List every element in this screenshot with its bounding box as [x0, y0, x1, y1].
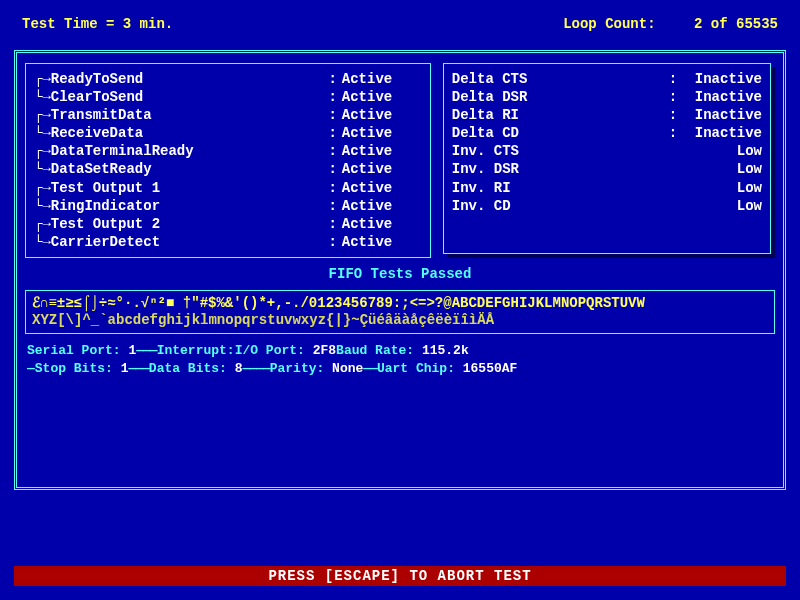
loop-count-label: Loop Count:: [563, 16, 655, 32]
config-label: Data Bits:: [149, 361, 227, 376]
config-summary: Serial Port: 1———Interrupt: I/O Port: 2F…: [23, 334, 777, 380]
separator: :: [324, 70, 342, 88]
signal-row: Delta DSR:Inactive: [452, 88, 762, 106]
signal-value: Active: [342, 106, 422, 124]
separator: [664, 179, 682, 197]
signal-name: CarrierDetect: [51, 233, 324, 251]
signal-value: Inactive: [682, 124, 762, 142]
signal-value: Low: [682, 179, 762, 197]
signal-row: └→DataSetReady:Active: [34, 160, 422, 178]
signal-value: Active: [342, 124, 422, 142]
signal-value: Inactive: [682, 106, 762, 124]
link-arrow-icon: ┌→: [34, 179, 51, 197]
ascii-stream-panel: ℰ∩≡±≥≤⌠⌡÷≈°·.√ⁿ²■ †"#$%&'()*+,-./0123456…: [25, 290, 775, 334]
config-label: Uart Chip:: [377, 361, 455, 376]
signal-row: └→RingIndicator:Active: [34, 197, 422, 215]
separator: [664, 160, 682, 178]
config-divider: ———: [136, 343, 156, 358]
separator: :: [664, 124, 682, 142]
signal-value: Active: [342, 179, 422, 197]
signal-name: Test Output 2: [51, 215, 324, 233]
signal-value: Inactive: [682, 70, 762, 88]
header-bar: Test Time = 3 min. Loop Count: 2 of 6553…: [14, 10, 786, 44]
signal-row: ┌→Test Output 2:Active: [34, 215, 422, 233]
config-label: Interrupt:: [157, 343, 235, 358]
fifo-status: FIFO Tests Passed: [23, 260, 777, 290]
signal-name: Delta RI: [452, 106, 664, 124]
signal-name: Inv. RI: [452, 179, 664, 197]
signal-row: Inv. CDLow: [452, 197, 762, 215]
config-pair: Parity: None——: [270, 360, 377, 378]
config-pair: Serial Port: 1———: [27, 342, 157, 360]
signal-name: ReadyToSend: [51, 70, 324, 88]
signal-name: Delta CTS: [452, 70, 664, 88]
link-arrow-icon: ┌→: [34, 215, 51, 233]
signal-row: ┌→Test Output 1:Active: [34, 179, 422, 197]
signal-name: TransmitData: [51, 106, 324, 124]
link-arrow-icon: ┌→: [34, 142, 51, 160]
signal-row: ┌→TransmitData:Active: [34, 106, 422, 124]
link-arrow-icon: └→: [34, 160, 51, 178]
signal-value: Active: [342, 215, 422, 233]
signal-name: DataSetReady: [51, 160, 324, 178]
ascii-line-1: ℰ∩≡±≥≤⌠⌡÷≈°·.√ⁿ²■ †"#$%&'()*+,-./0123456…: [32, 295, 768, 312]
config-row-1: Serial Port: 1———Interrupt: I/O Port: 2F…: [27, 342, 773, 360]
signal-value: Inactive: [682, 88, 762, 106]
signal-row: Delta CTS:Inactive: [452, 70, 762, 88]
separator: :: [324, 142, 342, 160]
config-pair: Interrupt:: [157, 342, 235, 360]
signal-name: Test Output 1: [51, 179, 324, 197]
separator: :: [664, 70, 682, 88]
main-panel: ┌→ReadyToSend:Active└→ClearToSend:Active…: [14, 50, 786, 490]
signal-row: └→ClearToSend:Active: [34, 88, 422, 106]
separator: :: [324, 88, 342, 106]
signal-value: Low: [682, 197, 762, 215]
config-divider: ——: [363, 361, 377, 376]
config-value: None: [324, 361, 363, 376]
signal-row: └→ReceiveData:Active: [34, 124, 422, 142]
config-value: 1: [121, 343, 137, 358]
config-pair: Uart Chip: 16550AF: [377, 360, 517, 378]
separator: :: [324, 215, 342, 233]
separator: :: [324, 106, 342, 124]
config-value: 16550AF: [455, 361, 517, 376]
signal-name: Inv. CD: [452, 197, 664, 215]
separator: :: [664, 88, 682, 106]
config-value: 115.2k: [414, 343, 469, 358]
delta-inv-panel: Delta CTS:InactiveDelta DSR:InactiveDelt…: [443, 63, 771, 254]
loop-count: Loop Count: 2 of 65535: [400, 16, 778, 32]
link-arrow-icon: ┌→: [34, 70, 51, 88]
config-label: Parity:: [270, 361, 325, 376]
signal-name: Delta CD: [452, 124, 664, 142]
signal-value: Active: [342, 88, 422, 106]
link-arrow-icon: └→: [34, 88, 51, 106]
link-arrow-icon: ┌→: [34, 106, 51, 124]
signal-name: RingIndicator: [51, 197, 324, 215]
signal-name: Delta DSR: [452, 88, 664, 106]
config-pair: I/O Port: 2F8: [235, 342, 336, 360]
config-value: 8: [227, 361, 243, 376]
signal-states-panel: ┌→ReadyToSend:Active└→ClearToSend:Active…: [25, 63, 431, 258]
signal-value: Low: [682, 142, 762, 160]
config-label: —Stop Bits:: [27, 361, 113, 376]
signal-value: Low: [682, 160, 762, 178]
config-label: Baud Rate:: [336, 343, 414, 358]
separator: :: [324, 160, 342, 178]
config-divider: ————: [242, 361, 269, 376]
signal-row: Inv. RILow: [452, 179, 762, 197]
signal-row: Inv. CTSLow: [452, 142, 762, 160]
signal-row: ┌→DataTerminalReady:Active: [34, 142, 422, 160]
signal-value: Active: [342, 142, 422, 160]
separator: [664, 197, 682, 215]
signal-row: Delta CD:Inactive: [452, 124, 762, 142]
test-time-label: Test Time = 3 min.: [22, 16, 400, 32]
config-row-2: —Stop Bits: 1———Data Bits: 8————Parity: …: [27, 360, 773, 378]
separator: :: [324, 124, 342, 142]
separator: :: [324, 179, 342, 197]
signal-name: Inv. CTS: [452, 142, 664, 160]
signal-row: Delta RI:Inactive: [452, 106, 762, 124]
config-pair: Data Bits: 8————: [149, 360, 270, 378]
signal-value: Active: [342, 70, 422, 88]
link-arrow-icon: └→: [34, 233, 51, 251]
config-divider: ———: [128, 361, 148, 376]
